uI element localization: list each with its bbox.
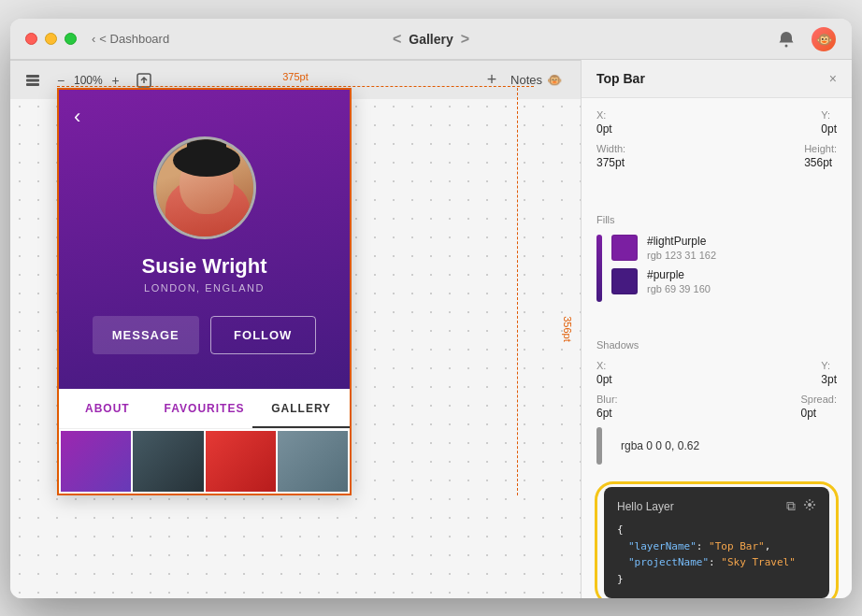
window-title-area: < Gallery >	[393, 31, 469, 48]
app-window: ‹ < Dashboard < Gallery > 🐵	[10, 19, 852, 598]
gallery-thumb-3[interactable]	[206, 431, 276, 492]
fill-item-2: #purple rgb 69 39 160	[611, 268, 716, 294]
main-content: 375pt 356pt ‹ Susie Wright LONDON, ENGLA…	[10, 60, 852, 598]
shadow-xy-row: X: 0pt Y: 3pt	[596, 360, 837, 386]
hello-panel-header: Hello Layer ⧉	[617, 498, 816, 514]
avatar-image	[156, 139, 256, 239]
code-value-1: "Top Bar"	[709, 540, 765, 552]
fill-name-1: #lightPurple	[647, 235, 716, 248]
panel-title: Top Bar	[596, 71, 645, 86]
hello-layer-container: Hello Layer ⧉ {	[582, 476, 852, 598]
shadow-y-value[interactable]: 3pt	[821, 373, 837, 386]
minimize-button[interactable]	[45, 33, 57, 45]
profile-name: Susie Wright	[141, 254, 266, 279]
shadow-x-value[interactable]: 0pt	[596, 373, 612, 386]
height-value[interactable]: 356pt	[804, 156, 837, 169]
code-block: { "layerName": "Top Bar", "projectName":…	[617, 522, 816, 587]
nav-back[interactable]: ‹ < Dashboard	[88, 32, 169, 46]
x-value[interactable]: 0pt	[596, 122, 612, 136]
gallery-thumb-4[interactable]	[278, 431, 348, 492]
width-prop: Width: 375pt	[596, 143, 625, 169]
shadow-y-prop: Y: 3pt	[821, 360, 837, 386]
message-button[interactable]: MESSAGE	[93, 316, 199, 354]
gallery-thumb-1[interactable]	[61, 431, 131, 492]
hello-layer-icons: ⧉	[786, 498, 816, 514]
add-icon[interactable]: +	[481, 69, 503, 92]
fill-info-2: #purple rgb 69 39 160	[647, 268, 711, 294]
y-prop: Y: 0pt	[821, 109, 837, 136]
maximize-button[interactable]	[65, 33, 77, 45]
tab-favourites[interactable]: FAVOURITES	[156, 389, 253, 428]
fill-rgb-2: rgb 69 39 160	[647, 283, 711, 294]
nav-prev-icon[interactable]: <	[393, 31, 401, 48]
nav-next-icon[interactable]: >	[461, 31, 469, 48]
right-panel: Top Bar × X: 0pt Y: 0pt Widt	[581, 60, 852, 598]
width-value[interactable]: 375pt	[596, 156, 625, 169]
x-label: X:	[596, 109, 612, 121]
y-label: Y:	[821, 109, 837, 121]
fills-title: Fills	[596, 214, 837, 225]
chevron-left-icon: ‹	[92, 32, 95, 46]
shadow-blur-label: Blur:	[596, 394, 618, 405]
y-value[interactable]: 0pt	[821, 122, 837, 136]
tab-gallery[interactable]: GALLERY	[252, 389, 350, 428]
code-colon-1: :	[697, 540, 709, 552]
shadow-spread-label: Spread:	[800, 394, 837, 405]
shadow-color-swatch[interactable]	[596, 427, 602, 465]
notes-button[interactable]: Notes 🐵	[510, 73, 562, 87]
shadow-rgba-value: rgba 0 0 0, 0.62	[621, 439, 699, 452]
layers-icon[interactable]	[22, 69, 44, 92]
shadow-x-label: X:	[596, 360, 612, 371]
dimension-line-right	[517, 88, 518, 495]
fill-swatch-1[interactable]	[611, 235, 638, 261]
canvas-area: 375pt 356pt ‹ Susie Wright LONDON, ENGLA…	[10, 60, 581, 598]
hello-layer-panel: Hello Layer ⧉ {	[604, 487, 829, 598]
code-colon-2: :	[709, 556, 721, 568]
fill-swatch-2[interactable]	[611, 268, 638, 294]
zoom-value: 100%	[74, 74, 103, 87]
fill-info-1: #lightPurple rgb 123 31 162	[647, 235, 716, 261]
fill-item-1: #lightPurple rgb 123 31 162	[611, 235, 716, 261]
fill-rgb-1: rgb 123 31 162	[647, 250, 716, 261]
shadow-y-label: Y:	[821, 360, 837, 371]
profile-tabs: ABOUT FAVOURITES GALLERY	[59, 389, 350, 429]
xy-row: X: 0pt Y: 0pt	[596, 109, 837, 136]
width-label: Width:	[596, 143, 625, 154]
code-brace-open: {	[617, 523, 624, 536]
avatar-hat	[173, 144, 240, 177]
notes-emoji-icon: 🐵	[547, 73, 562, 87]
svg-rect-2	[26, 79, 39, 81]
code-value-2: "Sky Travel"	[721, 556, 795, 568]
shadow-blur-value[interactable]: 6pt	[596, 407, 618, 420]
shadow-spread-value[interactable]: 0pt	[800, 407, 837, 420]
back-label: < Dashboard	[99, 32, 169, 46]
height-label: Height:	[804, 143, 837, 154]
shadows-title: Shadows	[596, 339, 837, 351]
traffic-lights	[25, 33, 77, 45]
panel-close-button[interactable]: ×	[829, 71, 837, 86]
tab-about[interactable]: ABOUT	[59, 389, 156, 428]
shadows-section: Shadows X: 0pt Y: 3pt Blur: 6pt	[582, 328, 852, 476]
dimension-line-top	[57, 86, 534, 87]
follow-button[interactable]: FOLLOW	[210, 316, 317, 354]
dimension-height-label: 356pt	[562, 316, 573, 342]
window-title: Gallery	[409, 32, 453, 47]
shadow-blur-prop: Blur: 6pt	[596, 394, 618, 420]
user-avatar-icon[interactable]: 🐵	[811, 26, 837, 52]
gallery-thumb-2[interactable]	[133, 431, 203, 492]
titlebar-right: 🐵	[773, 26, 837, 52]
code-key-2: "projectName"	[628, 556, 709, 568]
titlebar: ‹ < Dashboard < Gallery > 🐵	[10, 19, 852, 60]
notification-icon[interactable]	[773, 26, 799, 52]
profile-card: ‹ Susie Wright LONDON, ENGLAND MESSAGE F…	[57, 88, 352, 495]
dimension-width-label: 375pt	[282, 71, 309, 82]
height-prop: Height: 356pt	[804, 143, 837, 169]
position-section: X: 0pt Y: 0pt Width: 375pt Height:	[582, 98, 852, 188]
svg-rect-1	[26, 75, 39, 78]
copy-icon[interactable]: ⧉	[786, 498, 796, 514]
close-button[interactable]	[25, 33, 37, 45]
x-prop: X: 0pt	[596, 109, 612, 136]
settings-icon[interactable]	[803, 498, 816, 514]
hello-layer-title: Hello Layer	[617, 500, 674, 513]
card-back-button[interactable]: ‹	[74, 105, 80, 129]
